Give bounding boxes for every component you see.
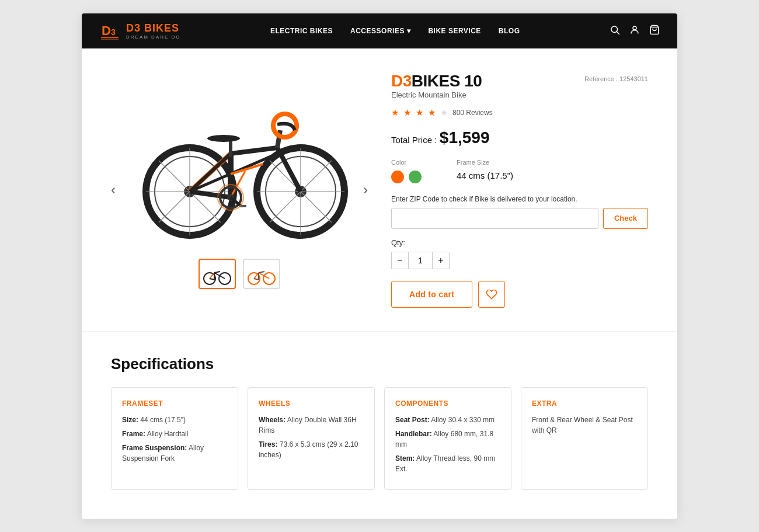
spec-card-frameset: FRAMESET Size: 44 cms (17.5") Frame: All… (111, 387, 238, 490)
cart-icon[interactable] (649, 25, 660, 37)
color-option: Color (391, 159, 422, 183)
user-icon[interactable] (629, 25, 640, 37)
svg-line-6 (617, 32, 619, 34)
price-row: Total Price : $1,599 (391, 128, 648, 147)
nav-brand: D3 BIKES (126, 22, 181, 34)
nav-logo: D 3 D3 BIKES DREAM DARE DO (99, 20, 181, 41)
product-reference: Reference : 12543011 (584, 75, 648, 82)
star-3: ★ (416, 107, 423, 118)
spec-item-frame: Frame: Alloy Hardtail (122, 429, 227, 439)
qty-section: Qty: − 1 + (391, 238, 648, 269)
product-section: ‹ (82, 48, 677, 331)
wishlist-button[interactable] (478, 281, 505, 308)
spec-item-size: Size: 44 cms (17.5") (122, 415, 227, 425)
zip-section: Enter ZIP Code to check if Bike is deliv… (391, 195, 648, 229)
stars-row: ★ ★ ★ ★ ★ 800 Reviews (391, 107, 648, 118)
spec-card-wheels: WHEELS Wheels: Alloy Double Wall 36H Rim… (248, 387, 375, 490)
qty-decrease-button[interactable]: − (391, 252, 409, 269)
nav-tagline: DREAM DARE DO (126, 34, 181, 40)
color-swatch-orange[interactable] (391, 171, 404, 183)
svg-line-62 (254, 279, 259, 280)
specs-section: Specifications FRAMESET Size: 44 cms (17… (82, 331, 677, 519)
svg-line-18 (159, 192, 190, 222)
color-swatches (391, 171, 422, 183)
svg-line-54 (214, 272, 220, 273)
search-icon[interactable] (610, 25, 620, 37)
color-label: Color (391, 159, 422, 166)
qty-increase-button[interactable]: + (432, 252, 450, 269)
svg-line-16 (159, 161, 190, 192)
price-label: Total Price : (391, 135, 437, 145)
nav-links: ELECTRIC BIKES ACCESSORIES ▾ BIKE SERVIC… (270, 27, 520, 35)
qty-controls: − 1 + (391, 252, 648, 269)
prev-image-button[interactable]: ‹ (105, 176, 121, 204)
product-subtitle: Electric Mountain Bike (391, 91, 482, 99)
reviews-count: 800 Reviews (452, 109, 493, 117)
options-row: Color Frame Size 44 cms (17.5") (391, 159, 648, 183)
frame-size-value: 44 cms (17.5") (457, 171, 513, 180)
bike-main-svg (128, 78, 350, 241)
main-card: D 3 D3 BIKES DREAM DARE DO ELECTRIC BIKE… (82, 13, 677, 519)
check-button[interactable]: Check (603, 208, 648, 229)
product-image-area: ‹ (111, 72, 368, 308)
spec-card-title-extra: EXTRA (532, 399, 637, 408)
svg-line-30 (301, 161, 332, 192)
svg-point-7 (633, 26, 636, 30)
star-4: ★ (428, 107, 436, 118)
svg-line-37 (277, 148, 301, 192)
nav-accessories[interactable]: ACCESSORIES ▾ (350, 27, 410, 35)
thumbnails (199, 259, 280, 289)
frame-size-option: Frame Size 44 cms (17.5") (457, 159, 513, 183)
thumbnail-1[interactable] (199, 259, 236, 289)
nav-logo-text: D3 BIKES DREAM DARE DO (126, 22, 181, 40)
svg-point-41 (207, 135, 240, 142)
next-image-button[interactable]: › (357, 176, 374, 204)
svg-line-29 (270, 192, 301, 222)
spec-item-suspension: Frame Suspension: Alloy Suspension Fork (122, 443, 227, 464)
frame-size-label: Frame Size (457, 159, 513, 166)
svg-line-61 (259, 272, 264, 273)
thumbnail-2[interactable] (243, 259, 280, 289)
nav-blog[interactable]: BLOG (499, 27, 520, 35)
chevron-down-icon: ▾ (407, 27, 411, 35)
star-2: ★ (403, 107, 411, 118)
zip-label: Enter ZIP Code to check if Bike is deliv… (391, 195, 648, 203)
star-5: ★ (440, 107, 448, 118)
spec-item-stem: Stem: Alloy Thread less, 90 mm Ext. (395, 453, 500, 474)
svg-line-34 (231, 148, 277, 154)
cart-row: Add to cart (391, 281, 648, 308)
specs-grid: FRAMESET Size: 44 cms (17.5") Frame: All… (111, 387, 648, 490)
svg-text:3: 3 (111, 27, 116, 37)
spec-card-extra: EXTRA Front & Rear Wheel & Seat Post wit… (521, 387, 648, 490)
spec-item-extra: Front & Rear Wheel & Seat Post with QR (532, 415, 637, 436)
svg-text:D: D (102, 23, 111, 38)
svg-line-28 (301, 192, 332, 222)
page-wrapper: D 3 D3 BIKES DREAM DARE DO ELECTRIC BIKE… (0, 0, 759, 532)
svg-line-55 (210, 279, 214, 280)
zip-input[interactable] (391, 208, 598, 229)
qty-label: Qty: (391, 238, 648, 247)
nav-bike-service[interactable]: BIKE SERVICE (428, 27, 481, 35)
logo-icon: D 3 (99, 20, 120, 41)
add-to-cart-button[interactable]: Add to cart (391, 281, 472, 308)
qty-value: 1 (409, 252, 432, 269)
spec-item-wheels: Wheels: Alloy Double Wall 36H Rims (259, 415, 364, 436)
spec-card-components: COMPONENTS Seat Post: Alloy 30.4 x 330 m… (384, 387, 511, 490)
star-1: ★ (391, 107, 399, 118)
zip-input-row: Check (391, 208, 648, 229)
spec-item-seat-post: Seat Post: Alloy 30.4 x 330 mm (395, 415, 500, 425)
spec-card-title-wheels: WHEELS (259, 399, 364, 408)
price-value: $1,599 (440, 128, 490, 147)
product-title-row: D3BIKES 10 Electric Mountain Bike Refere… (391, 72, 648, 105)
product-details: D3BIKES 10 Electric Mountain Bike Refere… (391, 72, 648, 308)
spec-card-title-frameset: FRAMESET (122, 399, 227, 408)
spec-item-handlebar: Handlebar: Alloy 680 mm, 31.8 mm (395, 429, 500, 450)
specs-title: Specifications (111, 355, 648, 373)
spec-card-title-components: COMPONENTS (395, 399, 500, 408)
nav-electric-bikes[interactable]: ELECTRIC BIKES (270, 27, 333, 35)
color-swatch-green[interactable] (409, 171, 422, 183)
heart-icon (486, 288, 497, 300)
product-title: D3BIKES 10 (391, 72, 482, 91)
navbar: D 3 D3 BIKES DREAM DARE DO ELECTRIC BIKE… (82, 13, 677, 48)
nav-icons (610, 25, 660, 37)
